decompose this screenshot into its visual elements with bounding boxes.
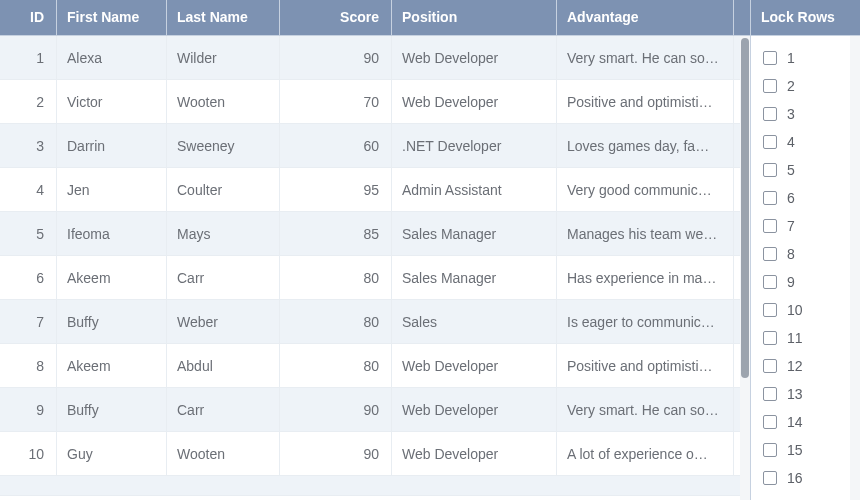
cell-position: Admin Assistant	[392, 168, 557, 211]
table-row[interactable]: 6AkeemCarr80Sales ManagerHas experience …	[0, 256, 750, 300]
col-header-advantage[interactable]: Advantage	[557, 0, 734, 35]
cell-last-name: Carr	[167, 388, 280, 431]
lock-row-item[interactable]: 4	[763, 128, 860, 156]
cell-last-name: Mays	[167, 212, 280, 255]
lock-row-item[interactable]: 15	[763, 436, 860, 464]
cell-score: 90	[280, 432, 392, 475]
col-header-last-name[interactable]: Last Name	[167, 0, 280, 35]
grid-scrollbar-track[interactable]	[740, 36, 750, 500]
lock-row-checkbox[interactable]	[763, 303, 777, 317]
lock-row-checkbox[interactable]	[763, 135, 777, 149]
lock-row-item[interactable]: 10	[763, 296, 860, 324]
cell-score: 95	[280, 168, 392, 211]
col-header-score[interactable]: Score	[280, 0, 392, 35]
cell-last-name: Wilder	[167, 36, 280, 79]
col-header-position[interactable]: Position	[392, 0, 557, 35]
cell-first-name: Akeem	[57, 256, 167, 299]
cell-last-name: Wooten	[167, 80, 280, 123]
cell-score: 70	[280, 80, 392, 123]
cell-advantage: Loves games day, fa…	[557, 124, 734, 167]
lock-row-item[interactable]: 14	[763, 408, 860, 436]
cell-first-name: Darrin	[57, 124, 167, 167]
lock-row-checkbox[interactable]	[763, 163, 777, 177]
cell-last-name: Abdul	[167, 344, 280, 387]
cell-position: .NET Developer	[392, 124, 557, 167]
cell-advantage: Very good communic…	[557, 168, 734, 211]
cell-last-name: Coulter	[167, 168, 280, 211]
lock-row-item[interactable]: 16	[763, 464, 860, 492]
table-row[interactable]: 7BuffyWeber80SalesIs eager to communic…	[0, 300, 750, 344]
table-row[interactable]: 9BuffyCarr90Web DeveloperVery smart. He …	[0, 388, 750, 432]
cell-position: Web Developer	[392, 388, 557, 431]
cell-score: 80	[280, 300, 392, 343]
table-row[interactable]: 1AlexaWilder90Web DeveloperVery smart. H…	[0, 36, 750, 80]
cell-position: Sales Manager	[392, 256, 557, 299]
table-row[interactable]: 2VictorWooten70Web DeveloperPositive and…	[0, 80, 750, 124]
lock-row-item[interactable]: 8	[763, 240, 860, 268]
lock-row-checkbox[interactable]	[763, 275, 777, 289]
cell-id: 6	[0, 256, 57, 299]
table-row[interactable]	[0, 476, 750, 496]
grid-body: 1AlexaWilder90Web DeveloperVery smart. H…	[0, 36, 750, 500]
cell-first-name: Victor	[57, 80, 167, 123]
cell-first-name: Buffy	[57, 388, 167, 431]
cell-advantage: A lot of experience o…	[557, 432, 734, 475]
lock-rows-list: 12345678910111213141516	[751, 36, 860, 500]
grid-scrollbar-thumb[interactable]	[741, 38, 749, 378]
lock-row-label: 2	[787, 78, 795, 94]
cell-position: Web Developer	[392, 344, 557, 387]
lock-row-item[interactable]: 3	[763, 100, 860, 128]
lock-row-checkbox[interactable]	[763, 247, 777, 261]
lock-row-item[interactable]: 13	[763, 380, 860, 408]
table-row[interactable]: 8AkeemAbdul80Web DeveloperPositive and o…	[0, 344, 750, 388]
lock-row-checkbox[interactable]	[763, 219, 777, 233]
lock-row-checkbox[interactable]	[763, 107, 777, 121]
side-scrollbar-track[interactable]	[850, 36, 860, 500]
cell-advantage: Is eager to communic…	[557, 300, 734, 343]
lock-row-checkbox[interactable]	[763, 331, 777, 345]
cell-first-name: Ifeoma	[57, 212, 167, 255]
cell-score: 90	[280, 36, 392, 79]
cell-advantage: Has experience in ma…	[557, 256, 734, 299]
cell-score: 80	[280, 344, 392, 387]
cell-score: 85	[280, 212, 392, 255]
table-row[interactable]: 5IfeomaMays85Sales ManagerManages his te…	[0, 212, 750, 256]
cell-advantage: Very smart. He can so…	[557, 36, 734, 79]
cell-first-name: Guy	[57, 432, 167, 475]
cell-last-name: Carr	[167, 256, 280, 299]
lock-row-checkbox[interactable]	[763, 359, 777, 373]
lock-row-label: 6	[787, 190, 795, 206]
cell-advantage: Positive and optimisti…	[557, 344, 734, 387]
cell-id: 8	[0, 344, 57, 387]
lock-row-checkbox[interactable]	[763, 51, 777, 65]
lock-row-item[interactable]: 5	[763, 156, 860, 184]
lock-row-checkbox[interactable]	[763, 191, 777, 205]
col-header-first-name[interactable]: First Name	[57, 0, 167, 35]
cell-advantage: Manages his team we…	[557, 212, 734, 255]
lock-row-label: 3	[787, 106, 795, 122]
lock-row-label: 7	[787, 218, 795, 234]
cell-position: Web Developer	[392, 432, 557, 475]
table-row[interactable]: 10GuyWooten90Web DeveloperA lot of exper…	[0, 432, 750, 476]
lock-row-item[interactable]: 1	[763, 44, 860, 72]
cell-first-name: Akeem	[57, 344, 167, 387]
lock-row-item[interactable]: 11	[763, 324, 860, 352]
table-row[interactable]: 4JenCoulter95Admin AssistantVery good co…	[0, 168, 750, 212]
col-header-id[interactable]: ID	[0, 0, 57, 35]
lock-row-label: 1	[787, 50, 795, 66]
cell-score: 60	[280, 124, 392, 167]
table-row[interactable]: 3DarrinSweeney60.NET DeveloperLoves game…	[0, 124, 750, 168]
lock-row-label: 10	[787, 302, 803, 318]
lock-row-item[interactable]: 7	[763, 212, 860, 240]
lock-row-item[interactable]: 9	[763, 268, 860, 296]
lock-row-checkbox[interactable]	[763, 79, 777, 93]
lock-rows-header: Lock Rows	[751, 0, 860, 36]
lock-row-item[interactable]: 6	[763, 184, 860, 212]
lock-row-item[interactable]: 12	[763, 352, 860, 380]
lock-row-item[interactable]: 2	[763, 72, 860, 100]
lock-row-checkbox[interactable]	[763, 471, 777, 485]
lock-row-checkbox[interactable]	[763, 443, 777, 457]
lock-row-checkbox[interactable]	[763, 415, 777, 429]
lock-row-checkbox[interactable]	[763, 387, 777, 401]
cell-id: 4	[0, 168, 57, 211]
